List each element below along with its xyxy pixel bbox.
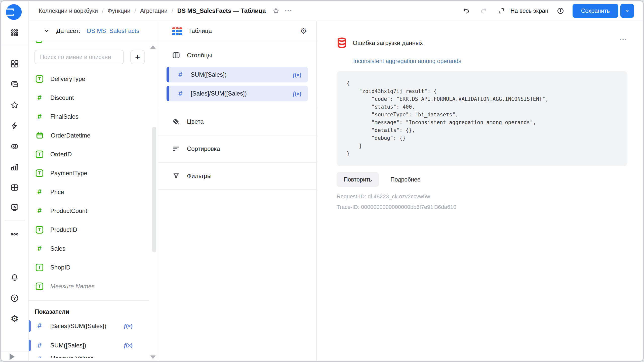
visualization-header: Таблица ⚙ xyxy=(158,21,316,41)
apps-grid-icon[interactable] xyxy=(10,28,19,37)
settings-gear-icon[interactable]: ⚙ xyxy=(10,314,19,324)
filters-icon xyxy=(172,172,180,180)
filters-section[interactable]: Фильтры xyxy=(158,163,316,189)
redo-icon[interactable] xyxy=(478,5,489,16)
number-field-icon: # xyxy=(36,94,43,102)
field-row[interactable]: TDeliveryType xyxy=(36,69,158,88)
workbooks-grid-icon[interactable] xyxy=(10,59,19,69)
datalens-logo-icon[interactable] xyxy=(5,4,22,21)
chip-field-name: SUM([Sales]) xyxy=(191,71,227,78)
breadcrumb-separator: / xyxy=(172,7,173,14)
filters-label: Фильтры xyxy=(187,172,212,179)
scroll-down-arrow[interactable] xyxy=(150,355,156,359)
dimension-list: TDeliveryType#Discount#FinalSalesOrderDa… xyxy=(29,64,158,296)
columns-field-chips: #SUM([Sales])f(×)#[Sales]/SUM([Sales])f(… xyxy=(158,65,316,108)
sort-section[interactable]: Сортировка xyxy=(158,135,316,162)
string-field-icon: T xyxy=(36,283,43,290)
formula-icon[interactable]: f(×) xyxy=(124,342,133,349)
error-details-link[interactable]: Inconsistent aggregation among operands xyxy=(353,58,461,65)
measure-row[interactable]: #SUM([Sales])f(×) xyxy=(29,336,158,355)
top-bar: Коллекции и воркбуки / Функции / Агрегац… xyxy=(29,1,643,21)
fullscreen-icon[interactable] xyxy=(496,5,507,16)
field-row[interactable]: TOrderID xyxy=(36,145,158,164)
charts-icon[interactable] xyxy=(10,162,19,172)
details-button[interactable]: Подробнее xyxy=(385,172,426,187)
string-field-icon: T xyxy=(36,169,43,177)
field-row[interactable]: #Discount xyxy=(36,88,158,107)
sort-icon xyxy=(172,145,180,153)
undo-icon[interactable] xyxy=(461,5,472,16)
field-search-row: + xyxy=(29,41,158,64)
scrollbar-thumb[interactable] xyxy=(152,127,156,252)
add-field-button[interactable]: + xyxy=(130,50,145,64)
more-dots-icon[interactable] xyxy=(10,230,19,239)
fullscreen-label[interactable]: На весь экран xyxy=(510,8,548,14)
field-name: Sales xyxy=(50,245,65,252)
save-options-caret-button[interactable] xyxy=(620,4,634,18)
column-field-chip[interactable]: #SUM([Sales])f(×) xyxy=(167,67,308,82)
formula-icon[interactable]: f(×) xyxy=(124,323,133,329)
database-error-icon xyxy=(337,37,347,49)
section-divider xyxy=(158,189,316,190)
field-name: Discount xyxy=(50,94,74,101)
chart-settings-gear-icon[interactable]: ⚙ xyxy=(300,27,307,35)
field-name: ShopID xyxy=(50,264,70,271)
field-name: Measure Names xyxy=(50,283,95,290)
breadcrumb-collections[interactable]: Коллекции и воркбуки xyxy=(39,8,98,14)
breadcrumb-aggregations[interactable]: Агрегации xyxy=(140,8,168,14)
help-icon[interactable]: ? xyxy=(10,293,19,303)
retry-button[interactable]: Повторить xyxy=(337,172,379,187)
string-field-icon: T xyxy=(36,151,43,158)
field-row[interactable]: #FinalSales xyxy=(36,107,158,126)
expand-rail-arrow-icon[interactable] xyxy=(10,353,15,360)
string-field-icon: T xyxy=(36,226,43,234)
page-more-menu-icon[interactable]: ••• xyxy=(285,8,293,13)
trace-id: Trace-ID: 0000000000000000bb6f7e91f36da6… xyxy=(337,204,643,210)
error-code-block: { "zoid43hx1q7ij_result": { "code": "ERR… xyxy=(337,71,627,166)
formula-icon[interactable]: f(×) xyxy=(293,90,301,97)
number-field-icon: # xyxy=(36,244,43,253)
monitoring-icon[interactable] xyxy=(10,203,19,212)
field-name: ProductID xyxy=(50,226,77,233)
datasets-table-icon[interactable] xyxy=(10,183,19,192)
colors-label: Цвета xyxy=(187,118,204,125)
favorite-star-icon[interactable] xyxy=(270,5,281,16)
field-row[interactable]: #ProductCount xyxy=(36,201,158,220)
app-window: ? ⚙ Коллекции и воркбуки / Функции / Агр… xyxy=(1,1,643,361)
field-name: Price xyxy=(50,189,64,196)
formula-icon[interactable]: f(×) xyxy=(293,71,301,78)
number-field-icon: # xyxy=(36,112,43,121)
field-row[interactable]: #Sales xyxy=(36,239,158,258)
table-chart-type-icon[interactable] xyxy=(172,27,182,35)
rail-divider xyxy=(1,351,28,351)
field-name: FinalSales xyxy=(50,113,78,120)
field-row[interactable]: TPaymentType xyxy=(36,164,158,183)
measure-row[interactable]: #[Sales]/SUM([Sales])f(×) xyxy=(29,316,158,336)
collections-icon[interactable] xyxy=(10,80,19,89)
breadcrumb-functions[interactable]: Функции xyxy=(108,8,131,14)
field-row[interactable]: TShopID xyxy=(36,258,158,277)
field-row[interactable]: OrderDatetime xyxy=(36,126,158,145)
measure-name: [Sales]/SUM([Sales]) xyxy=(50,323,106,330)
field-row[interactable]: TMeasure Names xyxy=(36,277,158,296)
favorites-star-icon[interactable] xyxy=(10,100,19,110)
scroll-up-arrow[interactable] xyxy=(150,45,156,49)
chart-type-label[interactable]: Таблица xyxy=(188,27,212,34)
connections-icon[interactable] xyxy=(10,142,19,151)
column-field-chip[interactable]: #[Sales]/SUM([Sales])f(×) xyxy=(167,86,308,101)
breadcrumb-separator: / xyxy=(134,7,136,14)
request-id: Request-ID: dl.48223_ck.ozv2ccvw5w xyxy=(337,193,643,200)
field-row[interactable]: TProductID xyxy=(36,220,158,239)
save-button[interactable]: Сохранить xyxy=(573,4,618,18)
error-more-menu-icon[interactable]: ••• xyxy=(620,37,627,42)
field-row[interactable]: #Price xyxy=(36,183,158,201)
colors-section[interactable]: Цвета xyxy=(158,108,316,135)
collapse-chevron-icon[interactable] xyxy=(43,28,50,34)
field-search-input[interactable] xyxy=(34,50,124,64)
notifications-bell-icon[interactable] xyxy=(10,273,19,282)
dataset-name-link[interactable]: DS MS_SalesFacts xyxy=(87,27,139,34)
rail-divider xyxy=(5,220,25,221)
info-icon[interactable] xyxy=(555,5,566,16)
string-field-icon: T xyxy=(36,75,43,83)
quick-actions-bolt-icon[interactable] xyxy=(10,121,19,130)
